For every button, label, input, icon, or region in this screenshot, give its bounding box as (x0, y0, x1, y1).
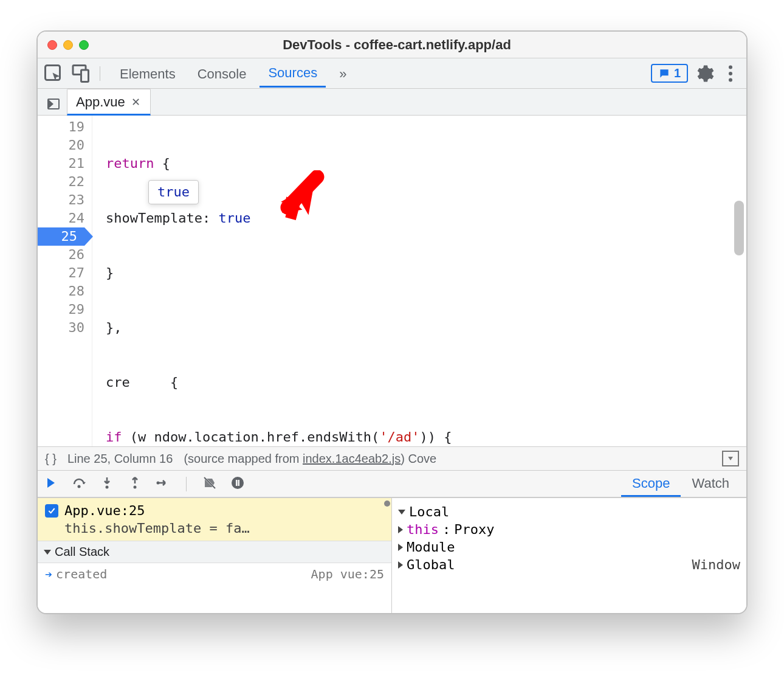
zoom-window-button[interactable] (79, 40, 89, 50)
line-number[interactable]: 22 (38, 173, 84, 191)
line-number[interactable]: 28 (38, 282, 84, 300)
editor-scrollbar[interactable] (734, 201, 744, 255)
scope-pane: Local this: Proxy Module GlobalWindow (392, 498, 746, 613)
scope-module[interactable]: Module (398, 538, 740, 556)
device-toolbar-icon[interactable] (69, 63, 91, 85)
callstack-header[interactable]: Call Stack (38, 541, 391, 563)
subtab-watch[interactable]: Watch (681, 471, 740, 497)
pause-on-exceptions-icon[interactable] (230, 476, 245, 493)
mapped-file-link[interactable]: index.1ac4eab2.js (303, 452, 401, 465)
step-icon[interactable] (156, 476, 170, 493)
editor-status-bar: { } Line 25, Column 16 (source mapped fr… (38, 446, 746, 471)
svg-point-4 (729, 72, 732, 75)
status-menu-icon[interactable] (722, 451, 739, 466)
line-number[interactable]: 29 (38, 300, 84, 319)
svg-point-3 (729, 65, 732, 69)
line-number[interactable]: 20 (38, 136, 84, 154)
lower-panels: App.vue:25 this.showTemplate = fa… Call … (38, 497, 746, 613)
show-navigator-icon[interactable] (43, 93, 64, 115)
tab-elements[interactable]: Elements (111, 60, 184, 87)
line-number[interactable]: 21 (38, 154, 84, 173)
traffic-lights (47, 40, 89, 50)
file-tabs: App.vue ✕ (38, 89, 746, 116)
window-title: DevTools - coffee-cart.netlify.app/ad (89, 37, 737, 53)
svg-rect-13 (236, 480, 238, 486)
line-number[interactable]: 27 (38, 264, 84, 282)
cursor-position: Line 25, Column 16 (67, 452, 173, 466)
svg-point-12 (232, 477, 244, 489)
panel-tabs: Elements Console Sources » (111, 59, 355, 88)
breakpoint-hit-card: App.vue:25 this.showTemplate = fa… (38, 498, 391, 541)
svg-point-9 (106, 485, 109, 488)
frame-location: App vue:25 (311, 567, 384, 581)
file-tab-label: App.vue (76, 94, 125, 110)
source-mapped: (source mapped from index.1ac4eab2.js) C… (184, 452, 436, 466)
toolbar-separator (100, 66, 100, 81)
svg-point-11 (157, 481, 160, 484)
close-tab-icon[interactable]: ✕ (130, 95, 142, 109)
line-number[interactable]: 19 (38, 118, 84, 136)
line-number[interactable]: 23 (38, 191, 84, 209)
callstack-frame[interactable]: ➔created App vue:25 (38, 563, 391, 585)
scope-this[interactable]: this: Proxy (398, 521, 740, 538)
minimize-window-button[interactable] (63, 40, 73, 50)
value-tooltip: true (148, 180, 199, 204)
inspect-element-icon[interactable] (43, 63, 64, 85)
settings-gear-icon[interactable] (693, 63, 715, 85)
code-editor[interactable]: 19 20 21 22 23 24 25 26 27 28 29 30 retu… (38, 116, 746, 446)
line-number[interactable]: 24 (38, 209, 84, 227)
step-into-icon[interactable] (100, 476, 114, 493)
svg-rect-14 (238, 480, 240, 486)
ctrl-separator (186, 477, 187, 491)
tab-console[interactable]: Console (189, 60, 255, 87)
scope-local[interactable]: Local (398, 503, 740, 521)
subtab-scope[interactable]: Scope (621, 471, 681, 497)
resume-icon[interactable] (44, 476, 58, 493)
line-number[interactable]: 30 (38, 319, 84, 337)
code-area[interactable]: return { showTemplate: true } }, cre { i… (92, 116, 746, 446)
deactivate-breakpoints-icon[interactable] (202, 476, 217, 493)
svg-rect-2 (81, 70, 89, 82)
svg-point-8 (78, 485, 81, 488)
step-out-icon[interactable] (128, 476, 142, 493)
file-tab-app-vue[interactable]: App.vue ✕ (67, 89, 151, 116)
scope-global[interactable]: GlobalWindow (398, 556, 740, 573)
titlebar: DevTools - coffee-cart.netlify.app/ad (38, 32, 746, 58)
line-number[interactable]: 26 (38, 246, 84, 264)
issues-count: 1 (674, 66, 681, 80)
breakpoint-file[interactable]: App.vue:25 (64, 503, 145, 518)
debugger-controls: Scope Watch (38, 471, 746, 497)
close-window-button[interactable] (47, 40, 57, 50)
devtools-window: DevTools - coffee-cart.netlify.app/ad El… (36, 30, 748, 614)
step-over-icon[interactable] (72, 476, 86, 493)
issues-badge[interactable]: 1 (651, 64, 688, 83)
tab-sources[interactable]: Sources (260, 59, 326, 88)
breakpoint-enabled-checkbox[interactable] (45, 504, 58, 518)
gutter[interactable]: 19 20 21 22 23 24 25 26 27 28 29 30 (38, 116, 92, 446)
breakpoint-callstack-pane: App.vue:25 this.showTemplate = fa… Call … (38, 498, 392, 613)
svg-point-10 (134, 485, 137, 488)
more-vertical-icon[interactable] (720, 63, 741, 85)
annotation-arrow-icon (208, 152, 327, 248)
pane-scroll-dot (384, 501, 390, 507)
tab-more[interactable]: » (331, 60, 355, 87)
breakpoint-line-number[interactable]: 25 (38, 227, 84, 246)
breakpoint-snippet: this.showTemplate = fa… (45, 521, 384, 536)
devtools-toolbar: Elements Console Sources » 1 (38, 58, 746, 89)
kw-return: return (106, 154, 154, 173)
svg-point-5 (729, 78, 732, 81)
pretty-print-icon[interactable]: { } (45, 452, 57, 466)
